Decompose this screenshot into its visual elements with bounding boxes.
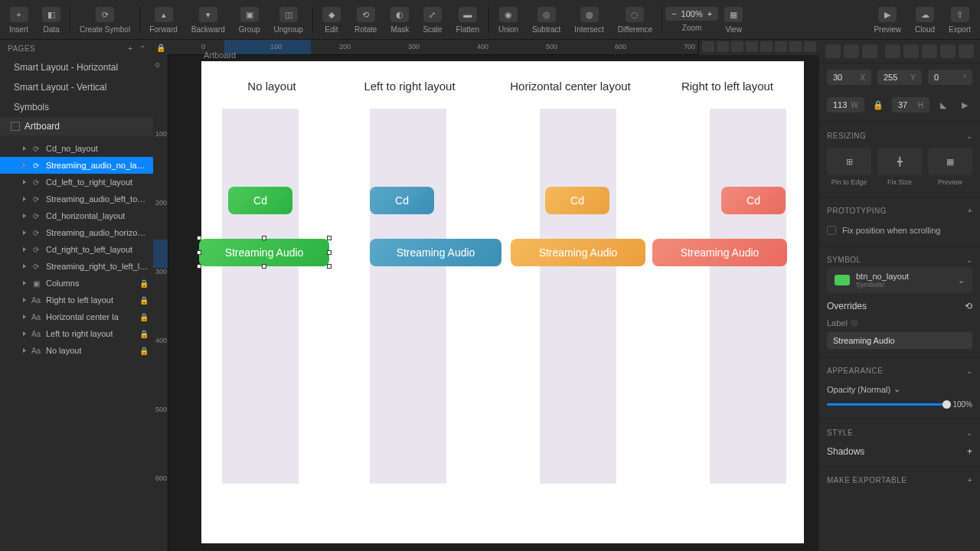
page-item[interactable]: Smart Layout - Vertical bbox=[0, 77, 153, 97]
disclosure-icon[interactable] bbox=[23, 281, 26, 285]
difference-button[interactable]: ◌Difference bbox=[612, 4, 658, 35]
layer-row[interactable]: AaHorizontal center la🔒 bbox=[0, 308, 153, 325]
cd-button[interactable]: Cd bbox=[545, 187, 609, 214]
resize-preview-control[interactable]: ▦Preview bbox=[928, 148, 972, 186]
handle-s[interactable] bbox=[262, 264, 266, 269]
preview-button[interactable]: ▶Preview bbox=[867, 4, 907, 35]
disclosure-icon[interactable] bbox=[23, 298, 26, 302]
disclosure-icon[interactable] bbox=[23, 214, 26, 218]
page-item[interactable]: Symbols bbox=[0, 97, 153, 117]
handle-nw[interactable] bbox=[197, 236, 201, 240]
slider-thumb[interactable] bbox=[942, 400, 951, 409]
align-right-button[interactable] bbox=[862, 44, 877, 58]
chevron-down-icon[interactable]: ⌄ bbox=[966, 367, 973, 375]
view-button[interactable]: ▦View bbox=[718, 4, 749, 35]
layer-row[interactable]: ⟳Streamiing_audio_no_layout bbox=[0, 157, 153, 174]
add-shadow-icon[interactable]: + bbox=[967, 446, 972, 457]
disclosure-icon[interactable] bbox=[23, 315, 26, 319]
opacity-slider[interactable]: 100% bbox=[827, 399, 972, 409]
disclosure-icon[interactable] bbox=[23, 146, 26, 151]
pin-edge-control[interactable]: ⊞Pin to Edge bbox=[827, 148, 871, 186]
align-top-button[interactable] bbox=[885, 44, 900, 58]
lock-icon[interactable]: 🔒 bbox=[139, 296, 149, 305]
artboard-row[interactable]: Artboard bbox=[0, 117, 153, 135]
symbol-selector[interactable]: btn_no_layoutSymbols/ ⌄ bbox=[827, 267, 972, 293]
override-value-field[interactable]: Streaming Audio bbox=[827, 332, 972, 349]
vertical-ruler[interactable]: 0100200300400500600 bbox=[153, 55, 168, 551]
lock-icon[interactable]: 🔒 bbox=[139, 279, 149, 288]
view-opt-1[interactable] bbox=[702, 41, 714, 52]
add-export-icon[interactable]: + bbox=[968, 476, 972, 484]
disclosure-icon[interactable] bbox=[23, 163, 26, 168]
export-button[interactable]: ⇧Export bbox=[942, 4, 977, 35]
chevron-down-icon[interactable]: ⌄ bbox=[958, 276, 965, 285]
layer-row[interactable]: ⟳Streaming_audio_horizontal_l... bbox=[0, 224, 153, 241]
align-bottom-button[interactable] bbox=[922, 44, 937, 58]
cloud-button[interactable]: ☁Cloud bbox=[909, 4, 941, 35]
view-opt-7[interactable] bbox=[789, 41, 802, 52]
chevron-down-icon[interactable]: ⌄ bbox=[966, 256, 973, 264]
layer-row[interactable]: ⟳Streaming_audio_left_to_righ... bbox=[0, 191, 153, 207]
disclosure-icon[interactable] bbox=[23, 197, 26, 201]
layer-row[interactable]: ⟳Cd_left_to_right_layout bbox=[0, 174, 153, 191]
align-center-v-button[interactable] bbox=[903, 44, 919, 58]
backward-button[interactable]: ▾Backward bbox=[185, 4, 231, 35]
collapse-pages-icon[interactable]: ⌃ bbox=[139, 44, 146, 53]
page-item[interactable]: Smart Layout - Horizontal bbox=[0, 57, 153, 77]
streaming-button[interactable]: Streaming Audio bbox=[370, 239, 501, 266]
flatten-button[interactable]: ▬Flatten bbox=[449, 4, 485, 35]
rotation-field[interactable]: 0° bbox=[928, 70, 972, 85]
flip-v-icon[interactable]: ▶ bbox=[957, 97, 972, 112]
create-symbol-button[interactable]: ⟳Create Symbol bbox=[74, 4, 136, 35]
artboard-label[interactable]: Artboard bbox=[204, 51, 236, 60]
lock-icon[interactable]: 🔒 bbox=[139, 347, 149, 355]
flip-h-icon[interactable]: ◣ bbox=[936, 97, 951, 112]
layer-row[interactable]: ▣Columns🔒 bbox=[0, 275, 153, 292]
handle-w[interactable] bbox=[197, 250, 201, 255]
disclosure-icon[interactable] bbox=[23, 180, 26, 184]
disclosure-icon[interactable] bbox=[23, 264, 26, 269]
layer-row[interactable]: AaRight to left layout🔒 bbox=[0, 292, 153, 308]
cd-button[interactable]: Cd bbox=[370, 187, 434, 214]
x-field[interactable]: 30X bbox=[827, 70, 871, 85]
view-opt-2[interactable] bbox=[717, 41, 729, 52]
cd-button[interactable]: Cd bbox=[228, 187, 292, 214]
handle-sw[interactable] bbox=[197, 264, 201, 269]
fix-position-checkbox[interactable] bbox=[827, 226, 836, 235]
align-center-h-button[interactable] bbox=[844, 44, 859, 58]
forward-button[interactable]: ▴Forward bbox=[143, 4, 184, 35]
view-opt-5[interactable] bbox=[760, 41, 773, 52]
distribute-h-button[interactable] bbox=[940, 44, 956, 58]
lock-icon[interactable]: 🔒 bbox=[139, 313, 149, 321]
ruler-corner[interactable]: 🔒 bbox=[153, 40, 168, 55]
layer-row[interactable]: AaNo layout🔒 bbox=[0, 342, 153, 359]
align-left-button[interactable] bbox=[825, 44, 841, 58]
insert-button[interactable]: +Insert bbox=[3, 4, 34, 35]
handle-se[interactable] bbox=[327, 264, 332, 269]
canvas-area[interactable]: 🔒 0100200300400500600700800 010020030040… bbox=[153, 40, 819, 551]
disclosure-icon[interactable] bbox=[23, 348, 26, 353]
chevron-down-icon[interactable]: ⌄ bbox=[966, 132, 973, 140]
artboard-checkbox[interactable] bbox=[11, 122, 20, 131]
add-prototype-icon[interactable]: + bbox=[968, 207, 972, 215]
union-button[interactable]: ◉Union bbox=[492, 4, 524, 35]
zoom-control[interactable]: −100%+ bbox=[665, 7, 718, 21]
canvas[interactable]: Artboard No layoutCdStreaming AudioLeft … bbox=[168, 55, 819, 551]
distribute-v-button[interactable] bbox=[959, 44, 974, 58]
disclosure-icon[interactable] bbox=[23, 230, 26, 235]
intersect-button[interactable]: ◍Intersect bbox=[568, 4, 609, 35]
layer-row[interactable]: ⟳Cd_no_layout bbox=[0, 140, 153, 157]
dropdown-icon[interactable]: ⌄ bbox=[893, 384, 900, 394]
y-field[interactable]: 255Y bbox=[877, 70, 922, 85]
layer-row[interactable]: ⟳Streaming_right_to_left_layou... bbox=[0, 258, 153, 275]
layer-row[interactable]: ⟳Cd_right_to_left_layout bbox=[0, 241, 153, 258]
reset-overrides-icon[interactable]: ⟲ bbox=[965, 301, 972, 311]
data-button[interactable]: ◧Data bbox=[36, 4, 67, 35]
ungroup-button[interactable]: ◫Ungroup bbox=[268, 4, 309, 35]
zoom-plus-icon[interactable]: + bbox=[707, 9, 712, 18]
mask-button[interactable]: ◐Mask bbox=[384, 4, 415, 35]
view-opt-6[interactable] bbox=[775, 41, 787, 52]
view-opt-8[interactable] bbox=[804, 41, 816, 52]
view-opt-3[interactable] bbox=[731, 41, 743, 52]
streaming-button[interactable]: Streaming Audio bbox=[511, 239, 645, 266]
